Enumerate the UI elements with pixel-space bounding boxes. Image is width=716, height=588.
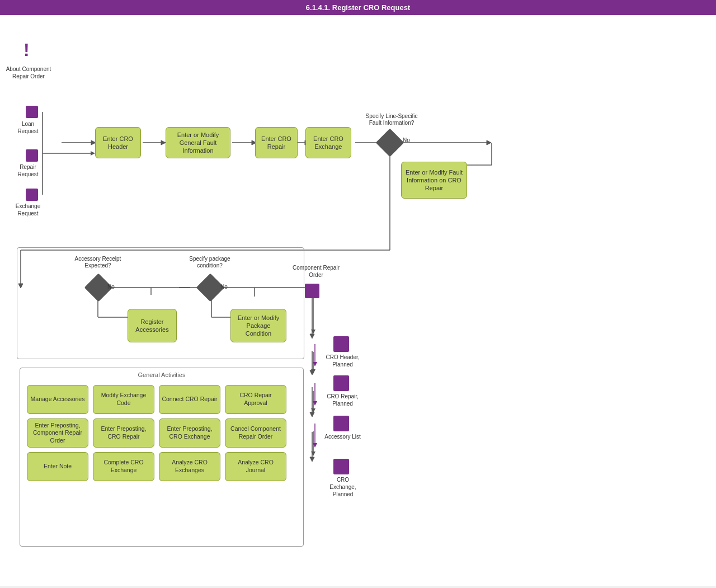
cro-exchange-planned-icon <box>333 459 349 474</box>
ga-item-1[interactable]: Modify Exchange Code <box>93 385 154 414</box>
specify-line-fault-label: Specify Line-Specific Fault Information? <box>364 113 420 126</box>
ga-item-7[interactable]: Cancel Component Repair Order <box>225 418 286 448</box>
no-label-3: No <box>220 284 228 290</box>
general-activities-grid: Manage AccessoriesModify Exchange CodeCo… <box>20 380 303 488</box>
no-label-2: No <box>107 284 115 290</box>
svg-marker-48 <box>311 451 315 456</box>
svg-marker-40 <box>91 151 95 156</box>
cro-header-planned-label: CRO Header, Planned <box>324 354 361 368</box>
specify-package-label: Specify package condition? <box>185 256 235 269</box>
svg-marker-31 <box>310 334 314 338</box>
ga-item-11[interactable]: Analyze CRO Journal <box>225 452 286 481</box>
ga-item-2[interactable]: Connect CRO Repair <box>159 385 220 414</box>
ga-item-0[interactable]: Manage Accessories <box>27 385 88 414</box>
component-repair-order-label: Component Repair Order <box>291 264 341 279</box>
loan-request-icon <box>26 106 38 118</box>
svg-marker-3 <box>161 140 166 145</box>
exchange-request-icon <box>26 189 38 201</box>
header-title: 6.1.4.1. Register CRO Request <box>306 3 410 12</box>
enter-modify-package[interactable]: Enter or Modify Package Condition <box>230 309 286 342</box>
ga-item-8[interactable]: Enter Note <box>27 452 88 481</box>
svg-marker-11 <box>487 140 491 145</box>
svg-marker-54 <box>313 443 317 448</box>
enter-cro-repair[interactable]: Enter CRO Repair <box>255 127 298 158</box>
ga-item-5[interactable]: Enter Preposting, CRO Repair <box>93 418 154 448</box>
accessory-list-icon <box>333 416 349 431</box>
enter-modify-general-fault[interactable]: Enter or Modify General Fault Informatio… <box>166 127 230 158</box>
accessory-receipt-label: Accessory Receipt Expected? <box>73 256 123 269</box>
cro-repair-planned-label: CRO Repair, Planned <box>324 393 361 407</box>
exclaim-icon: ! <box>23 41 30 59</box>
register-accessories[interactable]: Register Accessories <box>128 309 177 342</box>
loan-request-label: Loan Request <box>11 120 45 135</box>
svg-marker-46 <box>311 408 315 413</box>
repair-request-icon <box>26 149 38 162</box>
general-activities-title: General Activities <box>20 368 303 380</box>
svg-marker-35 <box>310 412 314 417</box>
no-label-1: No <box>403 137 410 143</box>
cro-header-planned-icon <box>333 336 349 352</box>
svg-marker-33 <box>310 370 314 375</box>
enter-cro-exchange[interactable]: Enter CRO Exchange <box>305 127 351 158</box>
cro-repair-planned-icon <box>333 375 349 391</box>
enter-cro-header[interactable]: Enter CRO Header <box>95 127 141 158</box>
diamond-specify-fault <box>376 129 404 157</box>
general-activities-container: General Activities Manage AccessoriesMod… <box>20 368 304 547</box>
cro-output-square <box>305 284 319 298</box>
page-header: 6.1.4.1. Register CRO Request <box>0 0 716 15</box>
exchange-request-label: Exchange Request <box>8 203 48 217</box>
accessory-list-label: Accessory List <box>324 433 361 440</box>
svg-marker-52 <box>313 362 317 366</box>
ga-item-3[interactable]: CRO Repair Approval <box>225 385 286 414</box>
ga-item-4[interactable]: Enter Preposting, Component Repair Order <box>27 418 88 448</box>
svg-marker-44 <box>311 369 315 374</box>
svg-marker-42 <box>311 330 315 334</box>
repair-request-label: Repair Request <box>11 163 45 178</box>
about-label: About Component Repair Order <box>3 65 54 80</box>
svg-marker-53 <box>313 401 317 406</box>
ga-item-9[interactable]: Complete CRO Exchange <box>93 452 154 481</box>
cro-exchange-planned-label: CRO Exchange, Planned <box>323 476 362 498</box>
enter-modify-fault-info[interactable]: Enter or Modify Fault Information on CRO… <box>401 162 467 199</box>
svg-marker-37 <box>310 457 314 462</box>
ga-item-6[interactable]: Enter Preposting, CRO Exchange <box>159 418 220 448</box>
ga-item-10[interactable]: Analyze CRO Exchanges <box>159 452 220 481</box>
